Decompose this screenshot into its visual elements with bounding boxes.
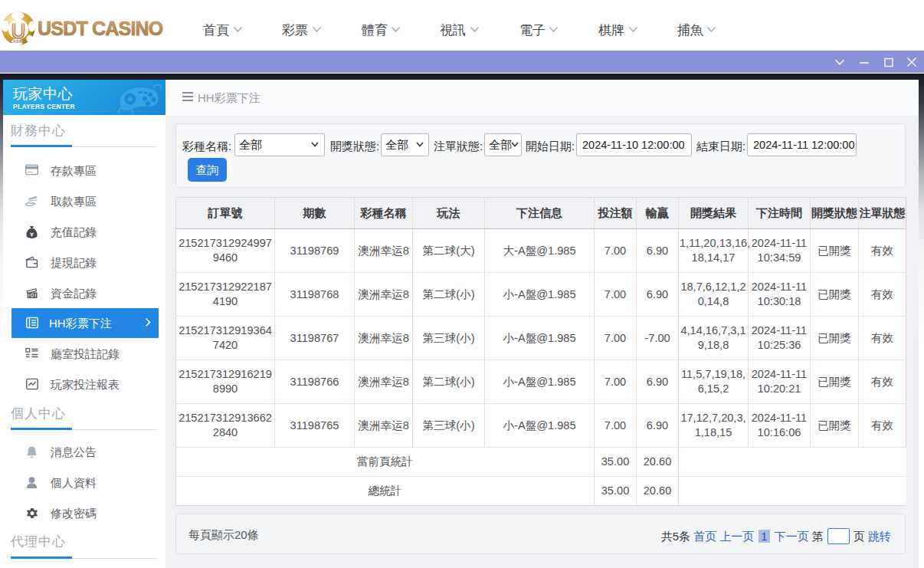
svg-text:CASINO: CASINO xyxy=(10,39,27,44)
